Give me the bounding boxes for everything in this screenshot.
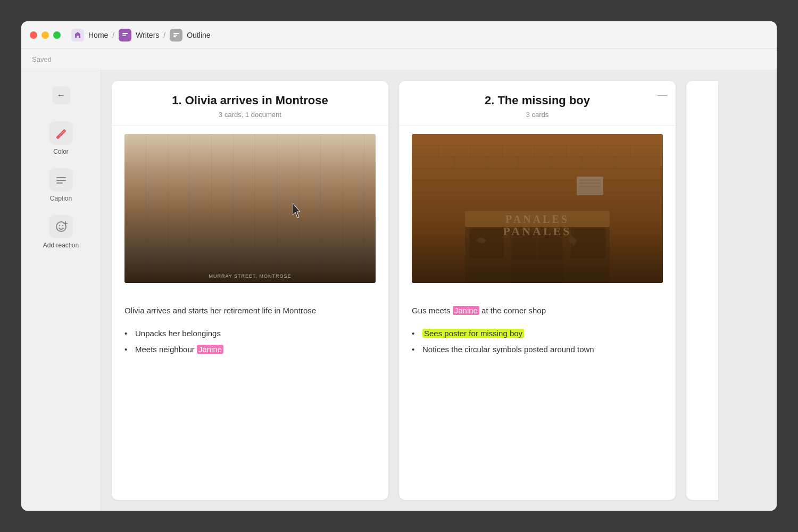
- add-reaction-icon-container: [49, 215, 73, 238]
- breadcrumb-sep-1: /: [112, 31, 114, 39]
- card-1-meta: 3 cards, 1 document: [124, 111, 376, 119]
- card-1-title: 1. Olivia arrives in Montrose: [124, 94, 376, 107]
- caption-icon-container: [49, 168, 73, 192]
- maximize-button[interactable]: [53, 31, 61, 39]
- svg-rect-63: [582, 156, 583, 168]
- traffic-lights: [30, 31, 61, 39]
- svg-rect-52: [438, 145, 439, 156]
- svg-rect-25: [127, 193, 135, 203]
- svg-rect-61: [518, 156, 519, 168]
- color-label: Color: [53, 148, 69, 155]
- svg-rect-32: [185, 185, 192, 194]
- janine-highlight-2: Janine: [453, 306, 479, 315]
- svg-rect-30: [168, 185, 174, 194]
- toolbar-color[interactable]: Color: [21, 115, 101, 162]
- card-2: 2. The missing boy 3 cards —: [399, 81, 676, 500]
- card-2-intro-prefix: Gus meets: [412, 306, 453, 315]
- svg-rect-60: [486, 156, 487, 168]
- statusbar: Saved: [21, 49, 777, 70]
- svg-marker-19: [124, 209, 376, 283]
- card-2-intro-suffix: at the corner shop: [479, 306, 546, 315]
- svg-rect-74: [579, 179, 601, 181]
- svg-rect-65: [465, 214, 610, 283]
- svg-rect-5: [173, 35, 177, 36]
- svg-rect-38: [335, 182, 344, 195]
- card-1-body: Olivia arrives and starts her retirement…: [112, 292, 388, 500]
- list-item: Unpacks her belongings: [124, 326, 376, 342]
- add-reaction-label: Add reaction: [43, 242, 79, 249]
- card-2-meta: 3 cards: [412, 111, 663, 119]
- svg-rect-71: [465, 211, 610, 227]
- svg-rect-66: [510, 230, 563, 283]
- svg-rect-51: [412, 192, 663, 193]
- toolbar-back: ←: [21, 81, 101, 110]
- breadcrumb-writers[interactable]: Writers: [136, 31, 159, 39]
- app-window: Home / Writers / Outline Outline Saved ←: [21, 21, 777, 511]
- svg-point-14: [59, 225, 60, 226]
- svg-rect-27: [146, 193, 153, 203]
- svg-point-43: [259, 228, 267, 247]
- svg-rect-62: [550, 156, 551, 168]
- svg-rect-70: [571, 218, 605, 258]
- svg-rect-50: [412, 180, 663, 181]
- card-3-partial: [686, 81, 718, 500]
- color-icon: [54, 126, 69, 140]
- card-1-body-text: Olivia arrives and starts her retirement…: [124, 304, 376, 317]
- card-1-image-caption: MURRAY STREET, MONTROSE: [124, 273, 376, 279]
- titlebar: Home / Writers / Outline Outline: [21, 21, 777, 49]
- svg-rect-4: [173, 33, 179, 34]
- card-2-list: Sees poster for missing boy Notices the …: [412, 326, 663, 358]
- svg-rect-75: [579, 182, 601, 184]
- list-item-text: Unpacks her belongings: [135, 329, 221, 338]
- add-reaction-icon: [54, 219, 69, 234]
- svg-rect-20: [124, 155, 167, 262]
- home-icon: [71, 29, 84, 41]
- svg-rect-33: [289, 161, 376, 262]
- close-button[interactable]: [30, 31, 37, 39]
- svg-rect-39: [348, 182, 358, 195]
- svg-rect-23: [136, 177, 144, 187]
- svg-marker-40: [289, 145, 298, 211]
- svg-rect-54: [502, 145, 503, 156]
- svg-point-42: [227, 230, 235, 251]
- back-button[interactable]: ←: [52, 86, 70, 104]
- svg-rect-69: [469, 218, 504, 258]
- svg-rect-47: [412, 145, 663, 146]
- svg-rect-37: [321, 182, 331, 195]
- list-item: Sees poster for missing boy: [412, 326, 663, 342]
- breadcrumb-home[interactable]: Home: [88, 31, 108, 39]
- montrose-image-svg: [124, 134, 376, 283]
- list-item: Notices the circular symbols posted arou…: [412, 342, 663, 358]
- card-1-header: 1. Olivia arrives in Montrose 3 cards, 1…: [112, 81, 388, 126]
- toolbar-add-reaction[interactable]: Add reaction: [21, 209, 101, 255]
- svg-rect-29: [166, 171, 197, 187]
- left-toolbar: ← Color: [21, 70, 101, 511]
- svg-rect-55: [534, 145, 535, 156]
- list-item-text: Notices the circular symbols posted arou…: [422, 345, 594, 354]
- saved-status: Saved: [32, 55, 52, 63]
- svg-rect-34: [292, 169, 375, 262]
- svg-rect-48: [412, 156, 663, 157]
- svg-point-15: [62, 225, 63, 226]
- svg-rect-45: [124, 134, 376, 283]
- card-2-minus[interactable]: —: [658, 89, 667, 101]
- svg-rect-28: [166, 163, 198, 262]
- svg-rect-11: [56, 180, 66, 181]
- panales-image-svg: PANALES: [412, 134, 663, 283]
- svg-rect-24: [146, 177, 153, 187]
- list-item: Meets neighbour Janine: [124, 342, 376, 358]
- svg-rect-53: [470, 145, 471, 156]
- toolbar-caption[interactable]: Caption: [21, 162, 101, 209]
- janine-highlight-1: Janine: [197, 345, 223, 354]
- svg-rect-46: [412, 134, 663, 283]
- svg-rect-18: [124, 134, 376, 283]
- svg-rect-10: [56, 177, 66, 178]
- minimize-button[interactable]: [41, 31, 49, 39]
- svg-rect-9: [56, 135, 60, 139]
- card-2-body: Gus meets Janine at the corner shop Sees…: [399, 292, 676, 500]
- svg-rect-68: [538, 232, 562, 259]
- svg-rect-12: [56, 182, 63, 184]
- list-item-text-prefix: Meets neighbour: [135, 345, 197, 354]
- breadcrumb-outline[interactable]: Outline: [187, 31, 210, 39]
- svg-rect-49: [412, 168, 663, 169]
